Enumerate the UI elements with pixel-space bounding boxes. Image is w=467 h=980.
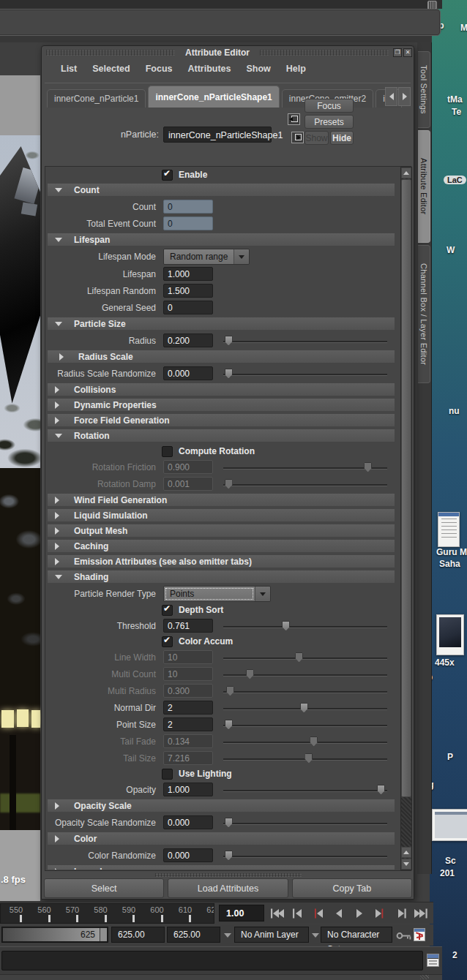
expand-icon[interactable]: [55, 527, 59, 535]
normal-dir-slider[interactable]: [223, 702, 387, 714]
anim-layer-field[interactable]: No Anim Layer: [234, 927, 309, 943]
section-header-dynamic-properties[interactable]: Dynamic Properties: [47, 398, 395, 412]
slider-handle[interactable]: [225, 336, 233, 346]
timeline-track[interactable]: 550560570580590600610620: [0, 903, 214, 924]
chevron-down-icon[interactable]: [224, 933, 231, 938]
desktop-photo-icon[interactable]: [436, 614, 464, 655]
section-header-count[interactable]: Count: [47, 183, 395, 197]
expand-icon[interactable]: [55, 543, 59, 550]
chevron-down-icon[interactable]: [234, 249, 249, 264]
vertical-scrollbar[interactable]: [400, 167, 412, 870]
depth-sort-checkbox[interactable]: [162, 605, 173, 616]
desktop-document-icon[interactable]: [438, 512, 460, 547]
point-size-field[interactable]: 2: [163, 717, 213, 731]
color-randomize-slider[interactable]: [223, 850, 387, 862]
section-header-wind-field-generation[interactable]: Wind Field Generation: [47, 493, 395, 507]
expand-icon[interactable]: [55, 802, 59, 810]
radius-slider[interactable]: [223, 335, 387, 347]
show-list-output-icon[interactable]: [291, 132, 304, 143]
close-window-icon[interactable]: ✕: [403, 48, 412, 57]
slider-handle[interactable]: [225, 369, 233, 379]
section-header-force-field-generation[interactable]: Force Field Generation: [47, 413, 395, 427]
menu-attributes[interactable]: Attributes: [187, 64, 231, 74]
range-end-field[interactable]: 625.00: [167, 927, 220, 943]
collapse-icon[interactable]: [55, 434, 62, 438]
play-backward-button[interactable]: [331, 906, 346, 921]
expand-icon[interactable]: [59, 353, 64, 361]
restore-window-icon[interactable]: ❐: [393, 48, 402, 57]
load-attributes-button[interactable]: Load Attributes: [168, 878, 288, 898]
node-name-field[interactable]: innerCone_nParticleShape1: [163, 127, 272, 143]
expand-icon[interactable]: [55, 417, 59, 424]
section-header-emission-attributes-see-also-emitter-tabs[interactable]: Emission Attributes (see also emitter ta…: [47, 554, 395, 568]
section-header-lifespan[interactable]: Lifespan: [47, 233, 395, 246]
command-line-input[interactable]: [1, 951, 423, 970]
opacity-field[interactable]: 1.000: [163, 783, 213, 796]
step-back-frame-button[interactable]: [310, 906, 326, 921]
step-forward-frame-button[interactable]: [372, 906, 387, 921]
expand-icon[interactable]: [55, 512, 59, 519]
chevron-down-icon[interactable]: [255, 587, 270, 601]
range-end-handle[interactable]: [100, 928, 107, 941]
section-header-opacity-scale[interactable]: Opacity Scale: [47, 799, 395, 813]
point-size-slider[interactable]: [223, 719, 387, 731]
go-to-end-button[interactable]: [413, 906, 428, 921]
step-back-key-button[interactable]: [290, 906, 305, 921]
tab-nparticleshape1[interactable]: innerCone_nParticleShape1: [148, 86, 279, 108]
show-list-input-icon[interactable]: [288, 113, 300, 125]
slider-handle[interactable]: [282, 621, 290, 631]
collapse-icon[interactable]: [55, 575, 62, 579]
character-set-field[interactable]: No Character Set: [321, 927, 392, 943]
lifespan-mode-dropdown[interactable]: Random range: [163, 249, 250, 265]
auto-keyframe-icon[interactable]: [396, 930, 412, 943]
chevron-down-icon[interactable]: [312, 933, 319, 938]
slider-handle[interactable]: [300, 703, 308, 713]
expand-icon[interactable]: [55, 835, 59, 843]
slider-handle[interactable]: [225, 720, 233, 730]
color-accum-checkbox[interactable]: [162, 636, 173, 647]
menu-show[interactable]: Show: [247, 64, 271, 74]
scroll-down-icon[interactable]: [401, 859, 411, 870]
threshold-field[interactable]: 0.761: [163, 619, 213, 633]
section-header-output-mesh[interactable]: Output Mesh: [47, 524, 395, 538]
focus-button[interactable]: Focus: [305, 99, 354, 113]
drag-handle-texture[interactable]: [155, 873, 302, 877]
expand-icon[interactable]: [55, 402, 59, 409]
desktop-screenshot-icon[interactable]: [432, 809, 467, 841]
threshold-slider[interactable]: [223, 620, 387, 632]
color-randomize-field[interactable]: 0.000: [163, 848, 213, 862]
collapse-icon[interactable]: [55, 322, 62, 326]
scroll-up-icon[interactable]: [401, 167, 411, 178]
particle-render-type-dropdown[interactable]: Points: [163, 586, 271, 602]
copy-tab-button[interactable]: Copy Tab: [292, 878, 412, 898]
expand-icon[interactable]: [55, 497, 59, 504]
section-header-caching[interactable]: Caching: [47, 539, 395, 553]
section-header-liquid-simulation[interactable]: Liquid Simulation: [47, 508, 395, 522]
scrollbar-thumb[interactable]: [401, 179, 411, 797]
range-slider[interactable]: 625: [1, 927, 108, 943]
section-header-shading[interactable]: Shading: [47, 570, 395, 584]
section-header-color[interactable]: Color: [47, 832, 395, 845]
normal-dir-field[interactable]: 2: [163, 701, 213, 715]
section-header-radius-scale[interactable]: Radius Scale: [47, 350, 395, 363]
section-header-rotation[interactable]: Rotation: [47, 429, 395, 442]
play-forward-button[interactable]: [351, 906, 367, 921]
opacity-scale-randomize-slider[interactable]: [223, 817, 387, 829]
menu-selected[interactable]: Selected: [92, 64, 130, 74]
compute-rotation-checkbox[interactable]: [162, 446, 173, 457]
general-seed-field[interactable]: 0: [163, 301, 213, 314]
lifespan-random-field[interactable]: 1.500: [163, 284, 213, 298]
radius-scale-randomize-slider[interactable]: [223, 368, 387, 380]
lifespan-field[interactable]: 1.000: [163, 267, 213, 281]
step-forward-key-button[interactable]: [392, 906, 408, 921]
tab-nparticle1[interactable]: innerCone_nParticle1: [47, 89, 146, 108]
sidebar-tab-attribute-editor[interactable]: Attribute Editor: [418, 130, 430, 243]
collapse-icon[interactable]: [55, 188, 62, 192]
expand-icon[interactable]: [55, 386, 59, 393]
section-header-incandescence[interactable]: Incandescence: [47, 864, 395, 870]
collapse-icon[interactable]: [55, 238, 62, 242]
current-time-field[interactable]: 1.00: [219, 905, 264, 921]
slider-handle[interactable]: [377, 785, 385, 795]
use-lighting-checkbox[interactable]: [162, 769, 173, 780]
menu-list[interactable]: List: [61, 64, 77, 74]
